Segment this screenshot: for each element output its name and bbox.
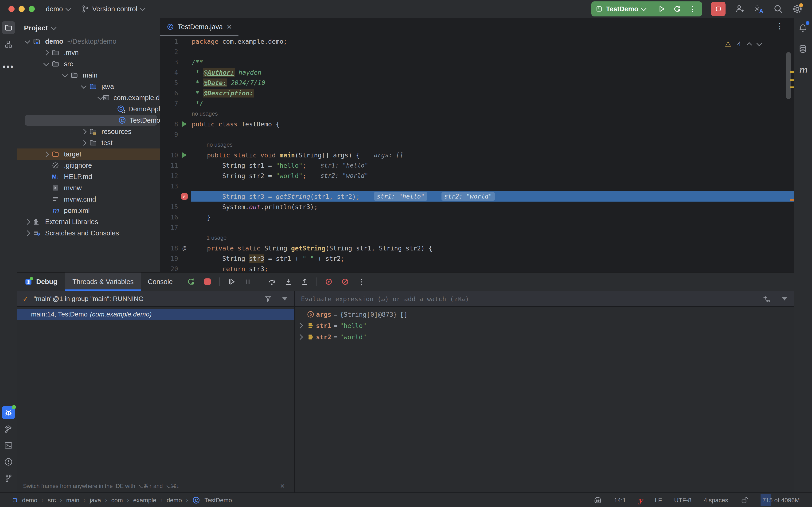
breadcrumb-item[interactable]: java bbox=[90, 497, 101, 504]
resume-icon[interactable] bbox=[227, 277, 236, 286]
mute-breakpoints-icon[interactable] bbox=[340, 277, 350, 286]
code-line-6[interactable]: 6 * @Description: bbox=[160, 88, 794, 98]
indent-setting[interactable]: 4 spaces bbox=[704, 497, 728, 504]
tree-item-scratches-and-consoles[interactable]: Scratches and Consoles bbox=[17, 227, 160, 239]
file-encoding[interactable]: UTF-8 bbox=[674, 497, 691, 504]
tree-item--mvn[interactable]: .mvn bbox=[17, 47, 160, 58]
line-ending[interactable]: LF bbox=[655, 497, 662, 504]
tree-item-pom-xml[interactable]: mpom.xml bbox=[17, 205, 160, 216]
code-line-18[interactable]: 18@ private static String getString(Stri… bbox=[160, 243, 794, 253]
code-editor[interactable]: 1package com.example.demo;23/**4 * @Auth… bbox=[160, 36, 794, 272]
code-line-12[interactable]: 12 String str2 = "world";str2: "world" bbox=[160, 171, 794, 181]
code-line-7[interactable]: 7 */ bbox=[160, 98, 794, 109]
run-config-selector[interactable]: TestDemo bbox=[596, 5, 646, 13]
stripe-warning-mark[interactable] bbox=[791, 87, 794, 88]
step-over-icon[interactable] bbox=[267, 277, 277, 286]
rerun-debug-icon[interactable] bbox=[186, 277, 196, 286]
project-panel-header[interactable]: Project bbox=[17, 18, 160, 36]
code-line-1[interactable]: 1package com.example.demo; bbox=[160, 36, 794, 47]
code-line-5[interactable]: 5 * @Date: 2024/7/10 bbox=[160, 77, 794, 88]
tree-item-demoapplication[interactable]: CDemoApplication bbox=[17, 103, 160, 115]
code-line-14[interactable]: ✓ String str3 = getString(str1, str2);st… bbox=[160, 191, 794, 202]
code-line-13[interactable]: 13 bbox=[160, 181, 794, 191]
editor-scrollbar[interactable] bbox=[786, 52, 791, 99]
thread-status-bar[interactable]: ✓ "main"@1 in group "main": RUNNING bbox=[17, 291, 294, 307]
memory-indicator[interactable]: 715 of 4096M bbox=[761, 494, 802, 506]
tree-item-help-md[interactable]: M↓HELP.md bbox=[17, 171, 160, 182]
next-warning-icon[interactable] bbox=[756, 41, 762, 46]
add-user-icon[interactable] bbox=[735, 4, 745, 14]
maven-icon[interactable]: m bbox=[796, 63, 809, 76]
inspections-widget[interactable]: ⚠ 4 bbox=[725, 40, 761, 48]
step-out-icon[interactable] bbox=[300, 277, 309, 286]
stripe-warning-mark[interactable] bbox=[791, 71, 794, 73]
debug-tab-threads-variables[interactable]: Threads & Variables bbox=[65, 273, 141, 291]
code-line-17[interactable]: 17 bbox=[160, 222, 794, 233]
tab-testdemo-java[interactable]: C TestDemo.java ✕ bbox=[160, 18, 238, 36]
tree-item-testdemo[interactable]: CTestDemo bbox=[17, 115, 160, 126]
breadcrumb-item[interactable]: example bbox=[133, 497, 156, 504]
watch-dropdown-icon[interactable] bbox=[782, 297, 787, 300]
stack-frame[interactable]: main:14, TestDemo(com.example.demo) bbox=[17, 309, 294, 320]
terminal-icon[interactable] bbox=[2, 439, 15, 452]
step-into-icon[interactable] bbox=[284, 277, 293, 286]
run-button[interactable] bbox=[656, 4, 667, 14]
breadcrumb-item[interactable]: TestDemo bbox=[205, 497, 232, 504]
inlay-usages-hint[interactable]: no usages bbox=[160, 139, 794, 150]
code-line-10[interactable]: 10 public static void main(String[] args… bbox=[160, 150, 794, 160]
run-widget-more-button[interactable]: ⋮ bbox=[688, 4, 698, 14]
editor-options-kebab-icon[interactable]: ⋮ bbox=[776, 21, 784, 31]
stop-button[interactable] bbox=[711, 2, 726, 16]
close-tab-icon[interactable]: ✕ bbox=[227, 23, 232, 31]
tree-item-mvnw-cmd[interactable]: mvnw.cmd bbox=[17, 193, 160, 205]
filter-frames-icon[interactable] bbox=[264, 295, 272, 302]
settings-gear-icon[interactable] bbox=[792, 4, 803, 14]
tree-item-java[interactable]: java bbox=[17, 81, 160, 92]
git-branch-icon[interactable] bbox=[2, 472, 15, 485]
inlay-usages-hint[interactable]: no usages bbox=[160, 109, 794, 119]
code-line-4[interactable]: 4 * @Author: hayden bbox=[160, 67, 794, 77]
tree-item-mvnw[interactable]: mvnw bbox=[17, 182, 160, 193]
rerun-debug-button[interactable] bbox=[672, 4, 682, 14]
lock-icon[interactable] bbox=[740, 496, 748, 504]
project-tool-button[interactable] bbox=[2, 21, 15, 34]
code-line-19[interactable]: 19 String str3 = str1 + " " + str2; bbox=[160, 253, 794, 264]
variable-str1[interactable]: str1="hello" bbox=[295, 320, 794, 331]
tree-item-external-libraries[interactable]: External Libraries bbox=[17, 216, 160, 227]
stripe-exec-mark[interactable] bbox=[791, 199, 794, 201]
variable-args[interactable]: pargs={String[0]@873}[] bbox=[295, 309, 794, 320]
tree-item-demo[interactable]: demo~/Desktop/demo bbox=[17, 36, 160, 47]
code-line-2[interactable]: 2 bbox=[160, 47, 794, 57]
run-gutter-icon[interactable] bbox=[182, 152, 187, 158]
breakpoint-icon[interactable]: ✓ bbox=[181, 193, 188, 200]
translate-icon[interactable]: A bbox=[754, 4, 764, 14]
pause-icon[interactable] bbox=[243, 277, 252, 286]
stop-icon[interactable] bbox=[203, 277, 212, 286]
breadcrumb-item[interactable]: demo bbox=[22, 497, 37, 504]
breadcrumb-item[interactable]: demo bbox=[167, 497, 182, 504]
close-hint-icon[interactable]: ✕ bbox=[280, 483, 288, 490]
structure-tool-button[interactable] bbox=[2, 38, 15, 51]
tree-item-com-example-demo[interactable]: com.example.demo bbox=[17, 92, 160, 103]
breadcrumb-item[interactable]: main bbox=[66, 497, 79, 504]
add-watch-icon[interactable] bbox=[762, 295, 770, 303]
breadcrumb-item[interactable]: src bbox=[48, 497, 56, 504]
database-icon[interactable] bbox=[796, 42, 809, 55]
variable-str2[interactable]: str2="world" bbox=[295, 331, 794, 343]
debug-panel-title[interactable]: Debug bbox=[24, 278, 57, 286]
close-window-button[interactable] bbox=[8, 6, 14, 12]
run-configuration-widget[interactable]: TestDemo ⋮ bbox=[591, 1, 702, 16]
problems-icon[interactable] bbox=[2, 455, 15, 468]
search-icon[interactable] bbox=[773, 4, 784, 14]
code-line-11[interactable]: 11 String str1 = "hello";str1: "hello" bbox=[160, 160, 794, 171]
code-line-16[interactable]: 16 } bbox=[160, 212, 794, 222]
notifications-bell-icon[interactable] bbox=[796, 21, 809, 34]
caret-position[interactable]: 14:1 bbox=[614, 497, 626, 504]
stripe-warning-mark[interactable] bbox=[791, 79, 794, 81]
vcs-menu[interactable]: Version control bbox=[81, 5, 145, 13]
tree-item-test[interactable]: test bbox=[17, 137, 160, 149]
view-breakpoints-icon[interactable] bbox=[324, 277, 333, 286]
copilot-icon[interactable] bbox=[593, 496, 602, 504]
evaluate-expression-input[interactable]: Evaluate expression (↵) or add a watch (… bbox=[295, 291, 794, 307]
tree-item--gitignore[interactable]: .gitignore bbox=[17, 160, 160, 171]
